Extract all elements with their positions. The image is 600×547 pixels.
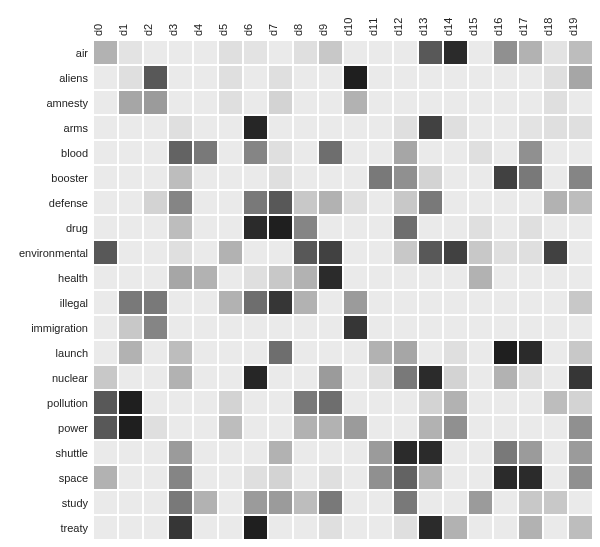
heatmap-cell-fill: [144, 466, 167, 489]
heatmap-cell-fill: [369, 491, 392, 514]
heatmap-cell: [518, 165, 543, 190]
heatmap-cell: [343, 465, 368, 490]
heatmap-cell: [168, 490, 193, 515]
heatmap-cell: [168, 415, 193, 440]
heatmap-cell-fill: [244, 116, 267, 139]
heatmap-cell-fill: [194, 66, 217, 89]
heatmap-cell: [268, 40, 293, 65]
heatmap-row: defense: [0, 190, 593, 215]
heatmap-cell-fill: [394, 66, 417, 89]
heatmap-cell: [568, 390, 593, 415]
heatmap-cell-fill: [119, 316, 142, 339]
heatmap-cell: [243, 315, 268, 340]
heatmap-cell: [218, 265, 243, 290]
heatmap-cell-fill: [169, 241, 192, 264]
heatmap-cell: [468, 240, 493, 265]
heatmap-cell: [443, 190, 468, 215]
row-cells: [93, 490, 593, 515]
heatmap-cell: [143, 490, 168, 515]
heatmap-cell: [168, 515, 193, 540]
heatmap-cell-fill: [119, 216, 142, 239]
heatmap-cell-fill: [569, 116, 592, 139]
heatmap-cell: [93, 240, 118, 265]
heatmap-cell: [118, 40, 143, 65]
heatmap-cell: [543, 90, 568, 115]
heatmap-cell-fill: [494, 391, 517, 414]
heatmap-cell-fill: [269, 91, 292, 114]
heatmap-cell: [443, 415, 468, 440]
heatmap-cell: [418, 440, 443, 465]
row-label: arms: [0, 122, 93, 134]
heatmap-cell-fill: [319, 366, 342, 389]
heatmap-cell-fill: [94, 266, 117, 289]
heatmap-cell: [118, 140, 143, 165]
heatmap-cell: [518, 490, 543, 515]
heatmap-cell: [118, 215, 143, 240]
col-label: d14: [441, 0, 466, 40]
heatmap-cell-fill: [544, 466, 567, 489]
heatmap-cell-fill: [369, 266, 392, 289]
heatmap-cell: [293, 365, 318, 390]
heatmap-cell-fill: [444, 241, 467, 264]
heatmap-cell-fill: [194, 291, 217, 314]
heatmap-cell-fill: [519, 341, 542, 364]
heatmap-cell-fill: [219, 66, 242, 89]
heatmap-cell-fill: [94, 491, 117, 514]
col-label: d9: [316, 0, 341, 40]
col-label-text: d5: [217, 24, 229, 36]
heatmap-cell-fill: [369, 66, 392, 89]
heatmap-cell: [518, 215, 543, 240]
heatmap-cell-fill: [469, 316, 492, 339]
heatmap-cell-fill: [394, 366, 417, 389]
heatmap-cell: [493, 265, 518, 290]
row-cells: [93, 140, 593, 165]
heatmap-cell-fill: [119, 366, 142, 389]
heatmap-cell-fill: [519, 116, 542, 139]
heatmap-cell-fill: [469, 266, 492, 289]
heatmap-cell-fill: [119, 191, 142, 214]
heatmap-cell-fill: [294, 116, 317, 139]
heatmap-cell: [268, 465, 293, 490]
heatmap-cell-fill: [294, 416, 317, 439]
row-label: pollution: [0, 397, 93, 409]
heatmap-cell: [218, 240, 243, 265]
heatmap-cell-fill: [219, 91, 242, 114]
heatmap-cell: [343, 190, 368, 215]
heatmap-cell: [343, 315, 368, 340]
heatmap-cell-fill: [169, 116, 192, 139]
col-label-text: d0: [92, 24, 104, 36]
heatmap-cell-fill: [319, 166, 342, 189]
heatmap-cell: [493, 90, 518, 115]
heatmap-cell: [393, 415, 418, 440]
heatmap-cell-fill: [369, 116, 392, 139]
heatmap-cell-fill: [219, 291, 242, 314]
heatmap-cell: [393, 40, 418, 65]
heatmap-cell-fill: [419, 316, 442, 339]
heatmap-cell-fill: [294, 41, 317, 64]
heatmap-cell-fill: [494, 191, 517, 214]
heatmap-cell-fill: [94, 416, 117, 439]
heatmap-cell: [318, 365, 343, 390]
heatmap-cell: [368, 315, 393, 340]
heatmap-cell-fill: [544, 166, 567, 189]
heatmap-cell: [293, 315, 318, 340]
heatmap-cell: [368, 265, 393, 290]
heatmap-cell: [368, 290, 393, 315]
col-label-text: d10: [342, 18, 354, 36]
heatmap-cell-fill: [369, 141, 392, 164]
row-label: immigration: [0, 322, 93, 334]
heatmap-cell: [193, 340, 218, 365]
heatmap-cell: [518, 190, 543, 215]
heatmap-cell: [568, 165, 593, 190]
heatmap-cell-fill: [144, 66, 167, 89]
heatmap-cell-fill: [219, 266, 242, 289]
row-label: defense: [0, 197, 93, 209]
heatmap-cell-fill: [294, 91, 317, 114]
heatmap-cell: [518, 390, 543, 415]
heatmap-cell-fill: [369, 291, 392, 314]
heatmap-cell-fill: [269, 166, 292, 189]
heatmap-cell: [118, 390, 143, 415]
heatmap-cell: [93, 465, 118, 490]
heatmap-cell-fill: [569, 291, 592, 314]
heatmap-cell: [118, 190, 143, 215]
